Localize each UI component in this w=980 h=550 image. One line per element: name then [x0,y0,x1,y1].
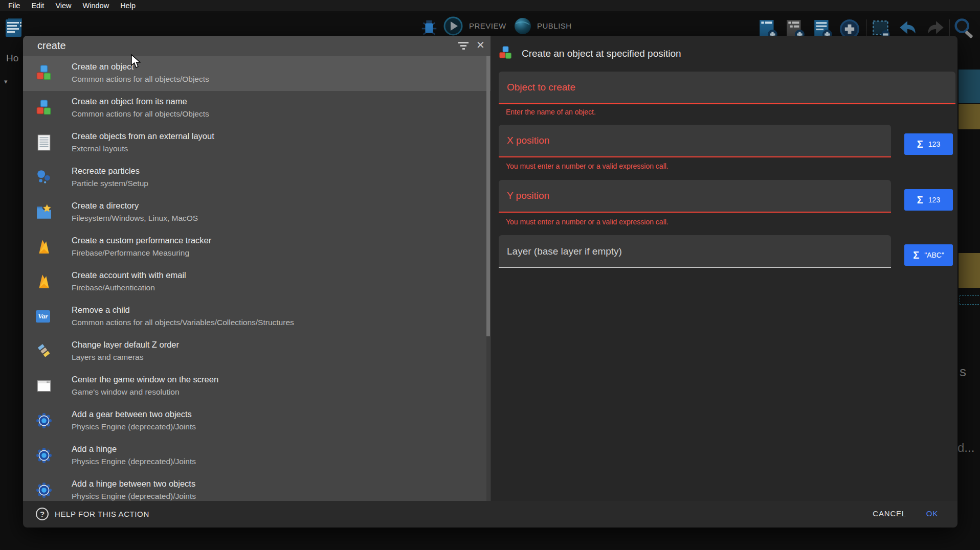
bg-scene-fragment-teal [959,70,980,103]
action-subtitle: Common actions for all objects/Variables… [72,318,294,327]
action-title: Create account with with email [72,270,186,280]
action-chooser-panel: create ✕ Create an objectCommon actions … [23,36,491,501]
list-scrollbar[interactable] [486,56,490,501]
expression-type-label: "ABC" [924,251,944,259]
param-field-object-to-create[interactable]: Object to create [499,72,955,104]
action-parameters-panel: Create an object at specified position O… [491,36,957,501]
objects-cubes-icon [36,100,52,116]
action-list-item[interactable]: Create account with with emailFirebase/A… [23,265,491,300]
param-field-y-position[interactable]: Y position [499,180,891,213]
action-list-item[interactable]: Create an object from its nameCommon act… [23,91,491,126]
bg-scene-fragment-olive [959,253,980,288]
action-list-item[interactable]: Recreate particlesParticle system/Setup [23,161,491,195]
action-title: Change layer default Z order [72,340,179,350]
field-helper-text: You must enter a number or a valid expre… [506,218,669,226]
home-tab-fragment: Ho [6,53,18,64]
action-list-item[interactable]: Create objects from an external layoutEx… [23,126,491,161]
sigma-icon: Σ [917,194,923,206]
action-list-item[interactable]: Create an objectCommon actions for all o… [23,56,491,91]
bg-scene-fragment-olive [959,104,980,129]
field-label: X position [507,135,549,146]
menu-item-view[interactable]: View [50,1,77,11]
action-subtitle: Physics Engine (deprecated)/Joints [72,422,196,431]
search-input[interactable]: create [37,40,66,52]
field-label: Object to create [507,82,575,93]
action-title: Create a custom performance tracker [72,236,211,245]
ok-button[interactable]: OK [926,509,938,518]
physics-gear-icon [36,413,52,429]
instruction-editor-dialog: create ✕ Create an objectCommon actions … [23,36,957,528]
expression-editor-button[interactable]: Σ123 [904,189,953,211]
bg-text-fragment: s [960,364,966,380]
help-label: HELP FOR THIS ACTION [55,510,149,518]
game-window-icon [36,378,52,394]
action-title: Create objects from an external layout [72,131,214,141]
menu-item-help[interactable]: Help [115,1,141,11]
action-subtitle: Firebase/Authentication [72,283,155,292]
publish-globe-icon[interactable] [513,16,534,37]
action-title: Recreate particles [72,166,140,176]
cancel-button[interactable]: CANCEL [873,509,906,518]
sigma-icon: Σ [917,139,923,150]
scrollbar-thumb[interactable] [486,56,490,336]
firebase-flame-icon [36,239,52,255]
param-field-layer-base-layer-if-empty[interactable]: Layer (base layer if empty) [499,235,891,268]
action-subtitle: Particle system/Setup [72,179,148,188]
firebase-flame-icon [36,273,52,290]
field-label: Y position [507,190,549,201]
action-title: Add a gear between two objects [72,409,192,419]
expression-type-label: 123 [928,140,940,148]
action-subtitle: Common actions for all objects/Objects [72,109,209,119]
preview-play-icon[interactable] [443,16,464,37]
action-subtitle: Common actions for all objects/Objects [72,75,209,84]
question-mark-icon: ? [36,508,49,520]
field-label: Layer (base layer if empty) [507,246,622,257]
field-helper-text: You must enter a number or a valid expre… [506,162,669,170]
action-list-item[interactable]: Center the game window on the screenGame… [23,369,491,404]
menu-item-file[interactable]: File [3,1,26,11]
param-field-x-position[interactable]: X position [499,125,891,157]
action-subtitle: Layers and cameras [72,353,143,362]
action-list-item[interactable]: Add a hingePhysics Engine (deprecated)/J… [23,439,491,473]
action-subtitle: External layouts [72,144,128,153]
action-list-item[interactable]: Create a directoryFilesystem/Windows, Li… [23,195,491,230]
action-list-item[interactable]: VarRemove a childCommon actions for all … [23,300,491,334]
expression-editor-button[interactable]: Σ123 [904,133,953,155]
toolbar-divider [949,19,950,37]
panel-title: Create an object at specified position [522,48,681,59]
action-list-item[interactable]: Create a custom performance trackerFireb… [23,230,491,265]
action-title: Add a hinge [72,444,117,454]
search-icon[interactable] [952,17,974,39]
action-list-item[interactable]: Change layer default Z orderLayers and c… [23,334,491,369]
publish-button[interactable]: PUBLISH [537,21,572,30]
create-object-icon [499,46,513,60]
filter-icon[interactable] [457,40,470,52]
action-list-item[interactable]: Add a gear between two objectsPhysics En… [23,404,491,439]
particles-icon [36,169,52,186]
action-subtitle: Physics Engine (deprecated)/Joints [72,457,196,466]
objects-cubes-icon [36,65,52,81]
layers-z-order-icon [36,343,52,359]
action-list-item[interactable]: Add a hinge between two objectsPhysics E… [23,473,491,501]
action-title: Center the game window on the screen [72,375,218,384]
toolbar: PREVIEW PUBLISH [0,11,980,38]
preview-button[interactable]: PREVIEW [469,21,506,30]
close-icon[interactable]: ✕ [476,39,485,51]
field-helper-text: Enter the name of an object. [506,108,596,116]
dialog-footer: ? HELP FOR THIS ACTION CANCEL OK [23,501,957,528]
variable-badge-icon: Var [36,308,52,325]
search-bar: create ✕ [23,36,491,56]
bg-selection-outline [960,295,979,305]
physics-gear-icon [36,482,52,498]
expression-editor-button[interactable]: Σ"ABC" [904,244,953,266]
sigma-icon: Σ [913,249,919,261]
action-subtitle: Physics Engine (deprecated)/Joints [72,492,196,501]
menu-bar: FileEditViewWindowHelp [0,0,980,11]
menu-item-window[interactable]: Window [77,1,115,11]
chevron-down-icon[interactable]: ▾ [4,78,8,85]
toolbar-divider [866,19,867,37]
action-title: Add a hinge between two objects [72,479,195,489]
menu-item-edit[interactable]: Edit [26,1,50,11]
action-subtitle: Firebase/Performance Measuring [72,248,189,258]
help-link[interactable]: ? HELP FOR THIS ACTION [36,508,149,520]
